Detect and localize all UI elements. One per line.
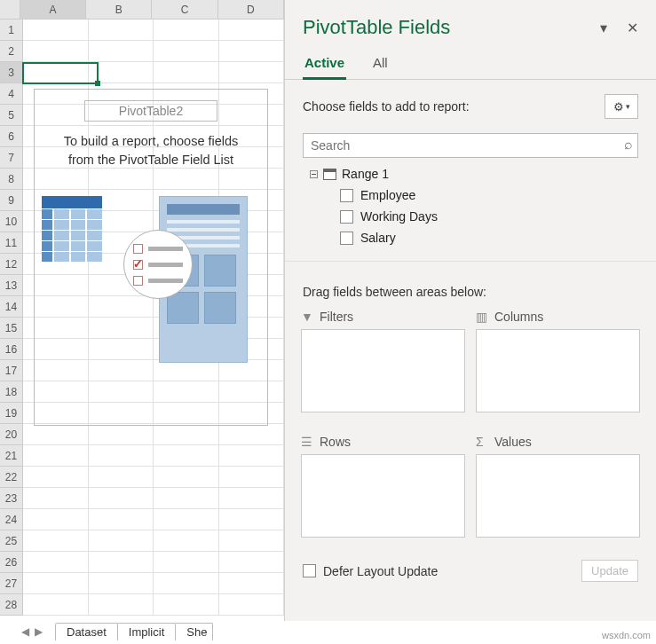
field-checkbox[interactable] [340,210,353,224]
sheet-nav-prev-icon[interactable]: ◀ [21,625,29,638]
placeholder-line2: from the PivotTable Field List [68,153,233,167]
row-header[interactable]: 16 [0,339,23,360]
rows-label: Rows [320,435,351,449]
columns-label: Columns [494,310,543,324]
table-icon [323,169,336,180]
rows-icon: ☰ [301,435,313,449]
placeholder-line1: To build a report, choose fields [64,134,239,148]
collapse-icon[interactable] [310,170,318,178]
values-label: Values [494,435,532,449]
row-headers: 1234567891011121314151617181920212223242… [0,20,23,616]
sheet-tab[interactable]: She [175,623,213,640]
row-header[interactable]: 5 [0,105,23,126]
filter-icon: ▼ [301,310,313,324]
values-area: ΣValues [476,433,640,547]
row-header[interactable]: 14 [0,296,23,318]
range-label: Range 1 [342,167,389,181]
row-header[interactable]: 1 [0,20,23,41]
row-header[interactable]: 26 [0,552,23,573]
search-input[interactable] [303,133,638,158]
pane-menu-button[interactable]: ▾ [600,20,607,36]
row-header[interactable]: 21 [0,445,23,467]
row-header[interactable]: 20 [0,424,23,445]
column-header[interactable]: A [20,0,86,20]
pane-close-button[interactable]: ✕ [627,20,638,36]
tab-all[interactable]: All [371,50,390,79]
gear-icon: ⚙ [613,100,624,114]
field-range-group[interactable]: Range 1 [310,167,656,181]
choose-fields-label: Choose fields to add to report: [303,99,470,114]
row-header[interactable]: 8 [0,169,23,190]
update-button[interactable]: Update [581,560,638,582]
chevron-down-icon: ▾ [626,102,630,111]
sigma-icon: Σ [476,435,488,449]
select-all-corner[interactable] [0,0,20,20]
pivottable-fields-pane: PivotTable Fields ▾ ✕ Active All Choose … [284,0,656,621]
sheet-tab-bar: ◀▶ DatasetImplicitShe [21,621,212,642]
field-label: Salary [360,231,396,245]
sheet-tab[interactable]: Implicit [117,623,176,640]
row-header[interactable]: 2 [0,41,23,62]
field-item[interactable]: Working Days [340,209,656,224]
defer-label: Defer Layout Update [323,564,438,578]
row-header[interactable]: 18 [0,381,23,403]
columns-dropzone[interactable] [476,329,640,412]
sheet-tab[interactable]: Dataset [55,623,118,640]
row-header[interactable]: 24 [0,509,23,530]
rows-area: ☰Rows [301,433,465,547]
pane-title: PivotTable Fields [303,16,450,39]
row-header[interactable]: 22 [0,467,23,488]
placeholder-illustration [35,196,267,373]
illustration-checklist-icon [123,230,193,299]
tab-active[interactable]: Active [303,50,346,80]
row-header[interactable]: 9 [0,190,23,211]
row-header[interactable]: 15 [0,318,23,339]
pivottable-name-box: PivotTable2 [84,100,217,122]
row-header[interactable]: 3 [0,62,23,83]
columns-icon: ▥ [476,310,488,324]
column-header[interactable]: B [86,0,152,20]
watermark: wsxdn.com [602,630,651,640]
field-label: Working Days [360,209,438,224]
row-header[interactable]: 10 [0,211,23,232]
field-checkbox[interactable] [340,232,353,245]
values-dropzone[interactable] [476,454,640,538]
column-header[interactable]: D [218,0,284,20]
row-header[interactable]: 17 [0,360,23,381]
columns-area: ▥Columns [476,308,640,422]
layout-options-button[interactable]: ⚙▾ [605,94,638,119]
field-item[interactable]: Employee [340,188,656,202]
drag-text: Drag fields between areas below: [285,261,656,308]
placeholder-text: To build a report, choose fields from th… [35,129,267,173]
row-header[interactable]: 6 [0,126,23,147]
row-header[interactable]: 28 [0,594,23,616]
defer-checkbox[interactable] [303,564,316,577]
sheet-nav[interactable]: ◀▶ [21,625,43,638]
row-header[interactable]: 11 [0,232,23,254]
illustration-table-icon [42,196,102,262]
pivottable-placeholder[interactable]: PivotTable2 To build a report, choose fi… [34,89,268,426]
column-header[interactable]: C [152,0,217,20]
row-header[interactable]: 23 [0,488,23,509]
row-header[interactable]: 19 [0,403,23,424]
sheet-nav-next-icon[interactable]: ▶ [35,625,43,638]
row-header[interactable]: 12 [0,254,23,275]
field-item[interactable]: Salary [340,231,656,245]
field-label: Employee [360,188,415,202]
rows-dropzone[interactable] [301,454,465,538]
filters-dropzone[interactable] [301,329,465,412]
filters-label: Filters [320,310,353,324]
row-header[interactable]: 4 [0,83,23,105]
row-header[interactable]: 27 [0,573,23,594]
spreadsheet-pane: ABCD 12345678910111213141516171819202122… [0,0,284,644]
search-icon[interactable]: ⌕ [624,137,633,153]
row-header[interactable]: 7 [0,147,23,169]
filters-area: ▼Filters [301,308,465,422]
row-header[interactable]: 13 [0,275,23,296]
column-headers: ABCD [0,0,284,20]
field-checkbox[interactable] [340,189,353,202]
row-header[interactable]: 25 [0,530,23,552]
